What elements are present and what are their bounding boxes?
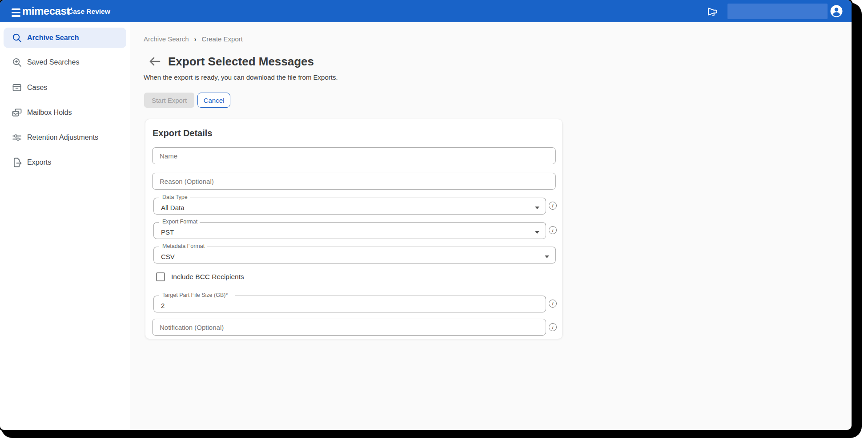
notification-info-icon[interactable]: i [549,323,557,331]
case-box-icon [12,82,22,93]
metadata-format-label: Metadata Format [160,243,207,249]
topbar-search-input[interactable] [727,4,828,19]
sidebar-item-cases[interactable]: Cases [4,77,126,98]
data-type-info-icon[interactable]: i [549,202,557,210]
data-type-label: Data Type [160,194,190,200]
data-type-select[interactable]: Data Type All Data [153,198,546,215]
target-part-file-size-label: Target Part File Size (GB)* [160,292,230,298]
breadcrumb-separator-icon: › [194,36,197,43]
page-title: Export Selected Messages [168,55,314,69]
search-icon [12,32,22,43]
breadcrumb-create-export: Create Export [201,35,243,43]
metadata-format-value: CSV [161,253,175,260]
reason-input[interactable] [152,173,556,190]
account-icon[interactable] [830,5,843,17]
export-format-select[interactable]: Export Format PST [153,222,546,239]
include-bcc-checkbox[interactable] [156,272,165,281]
start-export-button[interactable]: Start Export [144,93,194,108]
sidebar-nav: Archive Search Saved Searches Cases [0,22,130,430]
app-title: Case Review [68,8,110,16]
metadata-format-select[interactable]: Metadata Format CSV [153,247,556,264]
page-subtitle: When the export is ready, you can downlo… [144,73,338,81]
target-part-file-size-value: 2 [161,302,165,309]
mimecast-logo: mimecast [22,5,72,17]
breadcrumb: Archive Search › Create Export [144,35,243,43]
export-format-label: Export Format [160,219,200,225]
target-size-info-icon[interactable]: i [549,300,557,308]
export-format-value: PST [161,228,174,236]
sidebar-item-exports[interactable]: Exports [4,152,126,173]
megaphone-icon[interactable] [707,6,718,17]
hamburger-menu-icon[interactable] [12,8,20,16]
top-bar: mimecast Case Review [0,0,852,22]
notification-input[interactable] [152,319,546,336]
name-input[interactable] [152,147,556,164]
mailbox-holds-icon [12,107,22,118]
sidebar-item-archive-search[interactable]: Archive Search [4,28,126,48]
back-arrow-icon[interactable] [148,55,161,69]
sidebar-item-saved-searches[interactable]: Saved Searches [4,52,126,73]
sidebar-item-retention-adjustments[interactable]: Retention Adjustments [4,127,126,148]
include-bcc-row: Include BCC Recipients [156,272,244,281]
target-part-file-size-field[interactable]: Target Part File Size (GB)* 2 [153,296,546,312]
sliders-icon [12,132,22,143]
chevron-down-icon [535,207,539,209]
saved-search-icon [12,57,22,68]
export-format-info-icon[interactable]: i [549,226,557,234]
card-title: Export Details [153,128,212,138]
data-type-value: All Data [161,204,185,211]
include-bcc-label: Include BCC Recipients [171,273,244,281]
export-details-card: Export Details Data Type All Data i Expo… [145,119,563,339]
cancel-button[interactable]: Cancel [197,93,230,108]
chevron-down-icon [535,231,539,234]
export-file-icon [12,157,22,168]
app-window: mimecast Case Review Archive Search [0,0,852,430]
chevron-down-icon [545,255,549,258]
sidebar-item-mailbox-holds[interactable]: Mailbox Holds [4,102,126,123]
breadcrumb-archive-search[interactable]: Archive Search [144,35,189,43]
